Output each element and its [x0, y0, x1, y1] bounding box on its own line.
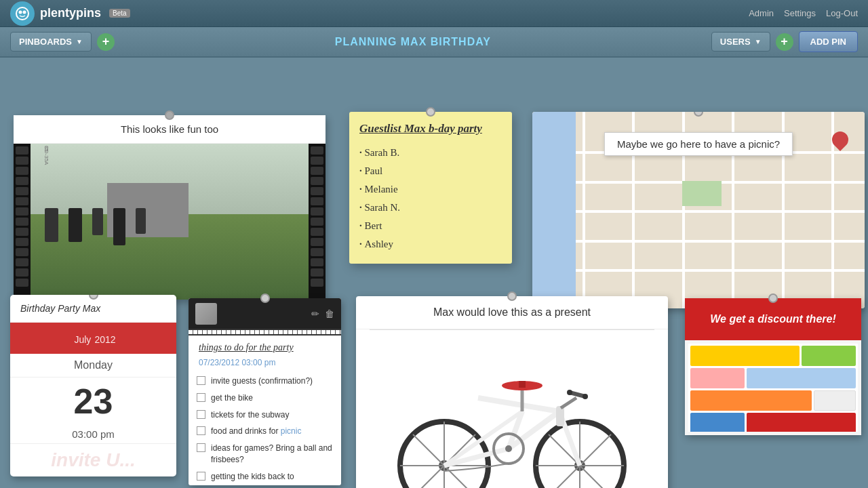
filmstrip-right: [309, 144, 326, 300]
pin-thumb-note: [426, 107, 435, 117]
cal-time: 03:00 pm: [10, 425, 176, 444]
svg-point-2: [23, 10, 26, 14]
todo-text-6: getting the kids back to: [211, 471, 294, 483]
discount-text: We get a discount there!: [698, 312, 848, 327]
svg-point-30: [505, 445, 512, 452]
todo-text-3: tickets for the subway: [211, 409, 289, 421]
map-park: [682, 181, 722, 207]
todo-item-6: getting the kids back to: [189, 468, 341, 485]
person-3: [92, 208, 103, 235]
svg-point-27: [567, 390, 572, 395]
todo-item-3: tickets for the subway: [189, 407, 341, 424]
toolbar-left: PINBOARDS ▼ +: [10, 32, 115, 52]
todo-checkbox-3[interactable]: [197, 410, 205, 419]
todo-item-4: food and drinks for picnic: [189, 423, 341, 440]
todo-text-2: get the bike: [211, 392, 253, 404]
bike-svg: [376, 344, 648, 488]
svg-point-28: [583, 394, 588, 399]
ss-row-4: [690, 413, 856, 432]
todo-item-5: ideas for games? Bring a ball and frisbe…: [189, 440, 341, 468]
svg-line-25: [561, 398, 576, 408]
video-label-right: 35: [31, 144, 51, 154]
todo-checkbox-1[interactable]: [197, 376, 205, 385]
calendar-pin-card: Birthday Party Max July2012 Monday 23 03…: [10, 295, 176, 476]
todo-text-1: invite guests (confirmation?): [211, 375, 313, 387]
add-user-button[interactable]: +: [776, 33, 793, 51]
list-item: Ashley: [359, 235, 502, 253]
todo-checkbox-4[interactable]: [197, 426, 205, 435]
logo-icon: [10, 1, 35, 26]
users-button[interactable]: USERS ▼: [711, 32, 770, 52]
todo-checkbox-6[interactable]: [197, 472, 205, 481]
delete-icon[interactable]: 🗑: [325, 308, 334, 319]
note-guest-list: Sarah B. Paul Melanie Sarah N. Bert Ashl…: [359, 144, 502, 253]
pin-thumb-bike: [507, 291, 517, 301]
pinboards-button[interactable]: PINBOARDS ▼: [10, 32, 92, 52]
todo-item-2: get the bike: [189, 390, 341, 407]
discount-pin-card: We get a discount there!: [685, 298, 861, 435]
bike-pin-card: Max would love this as a present: [356, 296, 668, 488]
todo-datetime: 07/23/2012 03:00 pm: [189, 357, 341, 373]
todo-title: things to do for the party: [189, 336, 341, 357]
beta-badge: Beta: [109, 9, 130, 18]
map-water: [532, 112, 576, 308]
todo-perforated-edge: [189, 329, 341, 336]
main-content: This looks like fun too: [0, 58, 868, 488]
map-label: Maybe we go here to have a picnic?: [604, 132, 793, 156]
discount-header: We get a discount there!: [685, 298, 861, 340]
todo-text-4: food and drinks for picnic: [211, 426, 301, 437]
cal-month: July2012: [10, 323, 176, 354]
person-4: [113, 208, 125, 245]
svg-rect-24: [519, 381, 526, 388]
svg-line-17: [478, 398, 559, 411]
brand-name: plentypins: [40, 6, 101, 20]
person-5: [136, 208, 146, 234]
nav-links: Admin Settings Log-Out: [749, 8, 858, 18]
bike-image: [356, 330, 668, 488]
bike-label: Max would love this as a present: [356, 296, 668, 329]
list-item: Melanie: [359, 180, 502, 199]
chevron-down-icon: ▼: [76, 38, 83, 45]
video-frame[interactable]: CD-35A 35: [14, 144, 326, 300]
todo-avatar: [195, 303, 217, 325]
settings-link[interactable]: Settings: [784, 8, 816, 18]
ss-row-1: [690, 346, 856, 366]
todo-checkbox-5[interactable]: [197, 443, 205, 452]
pin-thumb-todo: [260, 293, 270, 303]
todo-checkbox-2[interactable]: [197, 393, 205, 402]
edit-icon[interactable]: ✏: [311, 308, 319, 319]
svg-point-1: [19, 10, 22, 14]
add-pinboard-button[interactable]: +: [97, 33, 115, 51]
todo-action-icons: ✏ 🗑: [311, 308, 334, 319]
svg-rect-21: [556, 406, 564, 426]
list-item: Paul: [359, 162, 502, 180]
toolbar-right: USERS ▼ + ADD PIN: [711, 31, 858, 52]
cal-watermark: invite U...: [10, 444, 176, 476]
todo-pin-card: ✏ 🗑 things to do for the party 07/23/201…: [189, 298, 341, 485]
cal-day-name: Monday: [10, 354, 176, 378]
toolbar: PINBOARDS ▼ + PLANNING MAX BIRTHDAY USER…: [0, 27, 868, 58]
ss-row-3: [690, 390, 856, 411]
list-item: Bert: [359, 217, 502, 235]
note-pin-card: Guestlist Max b-day party Sarah B. Paul …: [349, 112, 512, 264]
todo-text-5: ideas for games? Bring a ball and frisbe…: [211, 443, 333, 466]
video-people: [45, 208, 146, 245]
chevron-down-icon-2: ▼: [755, 38, 762, 45]
ss-row-2: [690, 368, 856, 388]
person-2: [68, 208, 82, 242]
list-item: Sarah B.: [359, 144, 502, 162]
map-pin-card: Maybe we go here to have a picnic?: [532, 112, 865, 308]
pin-thumb-discount: [768, 293, 778, 303]
logout-link[interactable]: Log-Out: [826, 8, 858, 18]
admin-link[interactable]: Admin: [749, 8, 774, 18]
video-pin-card: This looks like fun too: [14, 115, 326, 300]
add-pin-button[interactable]: ADD PIN: [799, 31, 858, 52]
street-v1: [583, 112, 585, 308]
list-item: Sarah N.: [359, 199, 502, 217]
map-background[interactable]: Maybe we go here to have a picnic?: [532, 112, 865, 308]
note-title: Guestlist Max b-day party: [359, 122, 502, 136]
discount-screenshot: [685, 340, 861, 435]
todo-item-1: invite guests (confirmation?): [189, 373, 341, 390]
filmstrip-left: [14, 144, 31, 300]
top-nav: plentypins Beta Admin Settings Log-Out: [0, 0, 868, 27]
